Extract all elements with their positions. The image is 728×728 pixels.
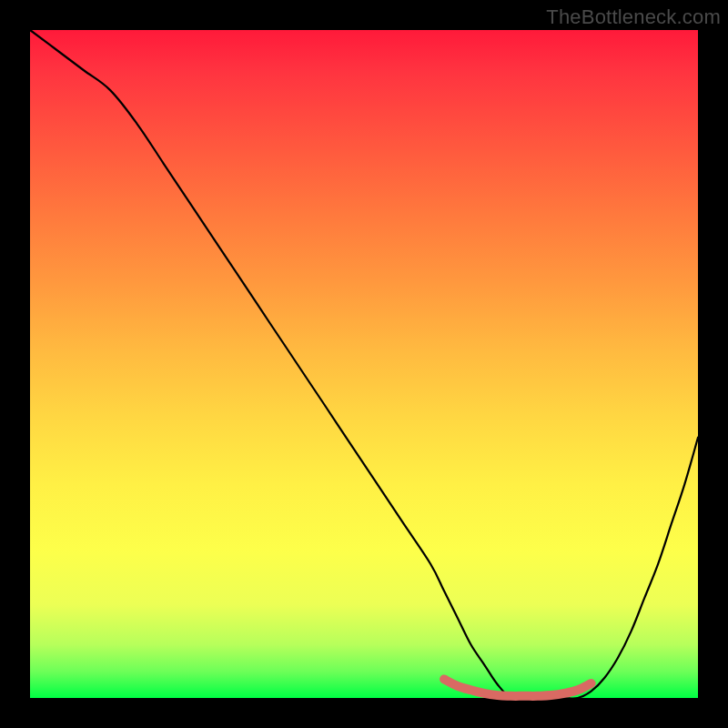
- optimal-band: [444, 679, 591, 695]
- watermark-text: TheBottleneck.com: [546, 5, 721, 29]
- chart-svg: [30, 30, 698, 698]
- plot-area: [30, 30, 698, 698]
- bottleneck-curve: [30, 30, 698, 699]
- chart-frame: TheBottleneck.com: [0, 0, 728, 728]
